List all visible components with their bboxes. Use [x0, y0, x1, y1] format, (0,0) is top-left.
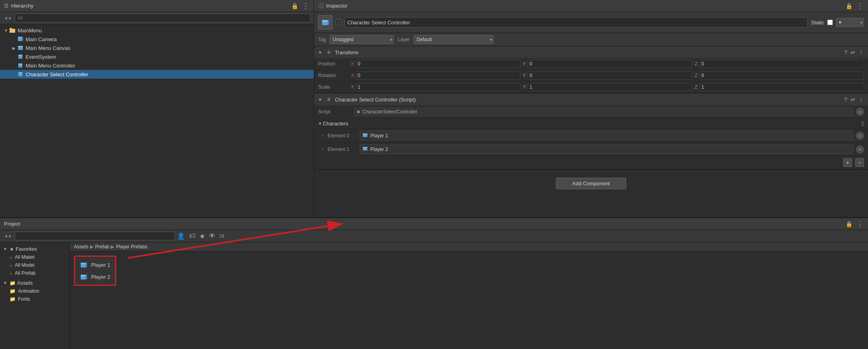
element-1-drag-handle[interactable]: ≡	[322, 147, 325, 151]
project-lock-icon[interactable]: 🔒	[845, 220, 853, 228]
hierarchy-item-mainmenucontroller[interactable]: Main Menu Controller	[0, 61, 314, 70]
element-1-target-btn[interactable]: ⊙	[856, 145, 864, 153]
scale-y-group: Y	[522, 83, 692, 91]
favorites-header[interactable]: ▼ ★ Favorites	[0, 245, 70, 253]
hierarchy-search-input[interactable]	[15, 14, 311, 22]
project-add-button[interactable]: + ▾	[3, 232, 12, 240]
hierarchy-item-charselect[interactable]: Character Select Controller	[0, 70, 314, 79]
project-sidebar: ▼ ★ Favorites ⌕ All Materi ⌕ All Model ⌕…	[0, 242, 70, 349]
rotation-y-input[interactable]	[528, 71, 692, 79]
element-0-target-btn[interactable]: ⊙	[856, 132, 864, 140]
inspector-more-icon[interactable]: ⋮	[856, 2, 864, 10]
transform-help-icon[interactable]: ?	[844, 49, 847, 56]
project-person-icon[interactable]: 👤	[177, 232, 185, 240]
hierarchy-add-button[interactable]: + ▾	[3, 14, 12, 22]
script-field-value[interactable]: ■ CharacterSelectController	[354, 107, 854, 116]
project-search-input[interactable]	[15, 232, 175, 240]
element-0-cube-icon	[362, 132, 368, 139]
element-1-field[interactable]: Player 2	[360, 144, 854, 154]
static-dropdown[interactable]: ▾	[836, 18, 864, 27]
player1-cube-icon	[80, 261, 88, 269]
breadcrumb-assets[interactable]: Assets	[74, 244, 88, 250]
rotation-z-label: Z	[694, 73, 699, 78]
add-component-button[interactable]: Add Component	[556, 178, 626, 189]
hierarchy-lock-icon[interactable]: 🔒	[291, 2, 299, 10]
asset-item-player1[interactable]: Player 1	[78, 260, 112, 270]
script-collapse-arrow: ▼	[318, 97, 323, 102]
rotation-label: Rotation	[318, 73, 350, 78]
favorites-label: Favorites	[16, 246, 37, 252]
array-add-btn[interactable]: +	[843, 158, 852, 167]
script-component-title: Character Select Controller (Script)	[335, 97, 842, 103]
hierarchy-more-icon[interactable]: ⋮	[302, 2, 310, 10]
project-more-icon[interactable]: ⋮	[856, 220, 864, 228]
position-x-input[interactable]	[356, 60, 520, 68]
element-0-value: Player 1	[370, 133, 388, 139]
position-y-input[interactable]	[528, 60, 692, 68]
rotation-x-input[interactable]	[356, 71, 520, 79]
svg-rect-1	[10, 28, 12, 29]
transform-header[interactable]: ▼ Transform ? ⇌ ⋮	[314, 46, 868, 58]
tag-dropdown[interactable]: Untagged	[330, 35, 394, 44]
element-1-cube-icon	[362, 146, 368, 153]
static-checkbox[interactable]	[827, 20, 833, 25]
position-y-label: Y	[522, 61, 527, 67]
rotation-row: Rotation X Y Z	[314, 70, 868, 81]
hierarchy-item-mainmenucanvas[interactable]: ▶ Main Menu Canvas	[0, 44, 314, 52]
object-enabled-checkbox[interactable]	[336, 20, 341, 25]
favorites-item-allmateri[interactable]: ⌕ All Materi	[0, 253, 70, 261]
assets-item-label-fonts: Fonts	[18, 296, 30, 302]
position-z-group: Z	[694, 60, 864, 68]
layer-dropdown[interactable]: Default	[414, 35, 494, 44]
scale-x-input[interactable]	[356, 83, 520, 91]
breadcrumb-player-prefabs[interactable]: Player Prefabs	[116, 244, 147, 250]
hierarchy-menu-icon[interactable]: ☰	[4, 3, 9, 9]
rotation-z-input[interactable]	[699, 71, 864, 79]
script-settings-icon[interactable]: ⇌	[850, 96, 855, 103]
script-more-icon[interactable]: ⋮	[858, 96, 864, 103]
array-controls: + −	[314, 156, 868, 169]
asset-item-player2[interactable]: Player 2	[78, 272, 112, 282]
object-name-input[interactable]	[344, 17, 808, 28]
hierarchy-item-label-eventsystem: EventSystem	[26, 54, 56, 60]
svg-rect-14	[322, 20, 328, 22]
hierarchy-item-maincamera[interactable]: Main Camera	[0, 35, 314, 44]
inspector-lock-icon[interactable]: 🔒	[845, 2, 853, 10]
scale-z-input[interactable]	[699, 83, 864, 91]
transform-section: ▼ Transform ? ⇌ ⋮	[314, 46, 868, 93]
transform-title: Transform	[335, 50, 842, 56]
project-tag-icon[interactable]: 🏷	[189, 232, 195, 240]
position-z-input[interactable]	[699, 60, 864, 68]
transform-collapse-arrow: ▼	[318, 50, 323, 55]
project-star-icon[interactable]: ★	[199, 232, 205, 240]
array-remove-btn[interactable]: −	[855, 158, 864, 167]
transform-settings-icon[interactable]: ⇌	[850, 49, 855, 56]
element-0-drag-handle[interactable]: ≡	[322, 133, 325, 138]
breadcrumb-prefab[interactable]: Prefab	[95, 244, 109, 250]
mainmenucanvas-cube-icon	[17, 44, 24, 52]
hierarchy-content: ▼ MainMenu Main Camera ▶ Main	[0, 24, 314, 217]
favorites-item-allmodel[interactable]: ⌕ All Model	[0, 261, 70, 269]
script-target-btn[interactable]: ⊙	[856, 108, 864, 116]
assets-item-fonts[interactable]: 📁 Fonts	[0, 295, 70, 303]
mainmenucontroller-cube-icon	[17, 62, 24, 69]
project-eye-icon[interactable]: 👁	[209, 232, 215, 240]
favorites-item-allprefab[interactable]: ⌕ All Prefab	[0, 269, 70, 277]
script-header[interactable]: ▼ # Character Select Controller (Script)…	[314, 93, 868, 105]
assets-item-animation[interactable]: 📁 Animation	[0, 287, 70, 295]
hierarchy-item-mainmenu[interactable]: ▼ MainMenu	[0, 26, 314, 35]
assets-header[interactable]: ▼ 📁 Assets	[0, 279, 70, 287]
element-0-field[interactable]: Player 1	[360, 131, 854, 141]
script-help-icon[interactable]: ?	[844, 96, 847, 103]
characters-element-0: ≡ Element 0 Player 1 ⊙	[314, 129, 868, 143]
animation-folder-icon: 📁	[10, 288, 16, 294]
svg-rect-0	[10, 29, 15, 33]
transform-more-icon[interactable]: ⋮	[858, 49, 864, 56]
layer-label: Layer	[398, 37, 410, 42]
svg-rect-6	[18, 46, 23, 47]
characters-element-1: ≡ Element 1 Player 2 ⊙	[314, 143, 868, 156]
scale-y-input[interactable]	[528, 83, 692, 91]
object-icon-box[interactable]	[318, 15, 332, 30]
hierarchy-item-eventsystem[interactable]: EventSystem	[0, 52, 314, 61]
allmateri-search-icon: ⌕	[10, 255, 12, 260]
